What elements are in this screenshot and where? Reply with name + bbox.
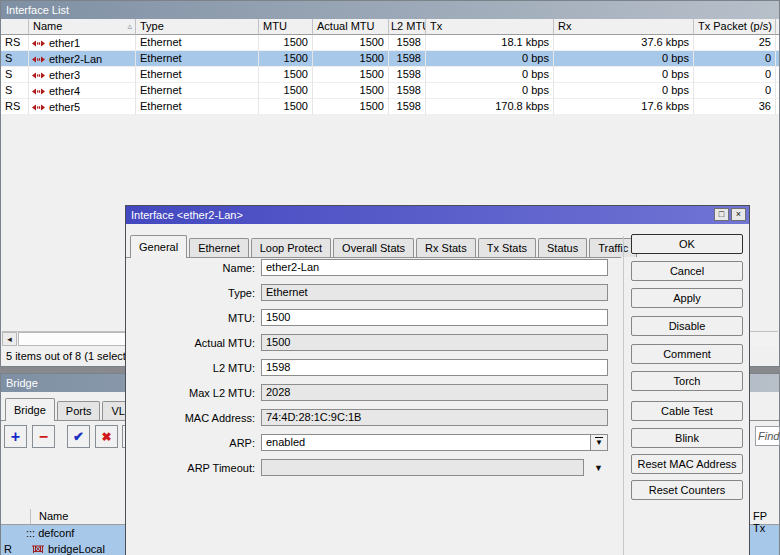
cancel-button[interactable]: Cancel: [631, 261, 743, 281]
row-mtu: 1500: [259, 35, 313, 51]
scroll-left-icon[interactable]: ◂: [2, 332, 17, 346]
row-flags: S: [1, 83, 29, 99]
col-rx-packet[interactable]: Rx Packet (p/s): [776, 19, 779, 35]
disable-button[interactable]: Disable: [631, 316, 743, 336]
tab-ethernet[interactable]: Ethernet: [189, 238, 249, 257]
col-name[interactable]: Name: [39, 510, 68, 522]
plus-icon: +: [11, 430, 20, 444]
status-text: 5 items out of 8 (1 selected): [6, 350, 142, 362]
ethernet-icon: [32, 103, 45, 112]
row-rx: 0 bps: [554, 83, 694, 99]
row-actual-mtu: 1500: [313, 99, 389, 115]
type-input: Ethernet: [261, 284, 608, 301]
col-l2-mtu[interactable]: L2 MTU: [389, 19, 426, 35]
remove-button[interactable]: −: [32, 425, 55, 448]
disable-button[interactable]: ✖: [95, 425, 118, 448]
row-name-cell: ether2-Lan: [29, 51, 136, 67]
row-type: Ethernet: [136, 51, 259, 67]
row-flags: S: [1, 67, 29, 83]
row-mtu: 1500: [259, 67, 313, 83]
field-label: ARP:: [126, 437, 261, 449]
enable-button[interactable]: ✔: [67, 425, 90, 448]
table-row[interactable]: S ether3 Ethernet 1500 1500 1598 0 bps 0…: [1, 67, 779, 83]
bridge-icon: [31, 544, 45, 554]
col-name[interactable]: Name▵: [29, 19, 136, 35]
row-tx: 0 bps: [426, 83, 554, 99]
tab-traffic[interactable]: Traffic: [589, 238, 637, 257]
close-icon[interactable]: ×: [731, 208, 746, 221]
interface-table: Name▵ Type MTU Actual MTU L2 MTU Tx Rx T…: [1, 19, 779, 115]
interface-dialog: Interface <ether2-Lan> □ × General Ether…: [125, 205, 750, 555]
tab-overall-stats[interactable]: Overall Stats: [333, 238, 414, 257]
blink-button[interactable]: Blink: [631, 428, 743, 448]
field-actual-mtu: Actual MTU: 1500: [126, 334, 608, 351]
ethernet-icon: [32, 39, 45, 48]
dialog-tabstrip: General Ethernet Loop Protect Overall St…: [126, 225, 621, 258]
table-row[interactable]: RS ether5 Ethernet 1500 1500 1598 170.8 …: [1, 99, 779, 115]
mtu-input[interactable]: 1500: [261, 309, 608, 326]
row-tx-packet: 25: [694, 35, 776, 51]
field-type: Type: Ethernet: [126, 284, 608, 301]
name-input[interactable]: ether2-Lan: [261, 259, 608, 276]
bridge-title: Bridge: [6, 377, 38, 389]
col-flags[interactable]: [1, 19, 29, 35]
ethernet-icon: [32, 87, 45, 96]
torch-button[interactable]: Torch: [631, 371, 743, 391]
l2-mtu-input[interactable]: 1598: [261, 359, 608, 376]
col-type[interactable]: Type: [136, 19, 259, 35]
table-row-selected[interactable]: S ether2-Lan Ethernet 1500 1500 1598 0 b…: [1, 51, 779, 67]
col-tx[interactable]: Tx: [426, 19, 554, 35]
field-label: Type:: [126, 287, 261, 299]
dropdown-arrow-icon[interactable]: ▼: [594, 463, 603, 473]
row-name-cell: ether4: [29, 83, 136, 99]
tab-tx-stats[interactable]: Tx Stats: [478, 238, 536, 257]
col-tx-packet[interactable]: Tx Packet (p/s): [694, 19, 776, 35]
tab-bridge[interactable]: Bridge: [5, 398, 55, 421]
row-tx: 0 bps: [426, 67, 554, 83]
row-rx-packet: [776, 51, 779, 67]
reset-counters-button[interactable]: Reset Counters: [631, 480, 743, 500]
tab-ports[interactable]: Ports: [57, 401, 101, 420]
col-rx[interactable]: Rx: [554, 19, 694, 35]
find-input[interactable]: Find: [755, 426, 780, 446]
field-label: ARP Timeout:: [126, 462, 261, 474]
arp-select[interactable]: enabled: [261, 434, 591, 451]
reset-mac-address-button[interactable]: Reset MAC Address: [631, 454, 743, 474]
maximize-icon[interactable]: □: [714, 208, 729, 221]
row-actual-mtu: 1500: [313, 67, 389, 83]
row-type: Ethernet: [136, 83, 259, 99]
col-fp-tx[interactable]: FP Tx: [753, 510, 779, 534]
row-rx-packet: [776, 99, 779, 115]
field-l2-mtu: L2 MTU: 1598: [126, 359, 608, 376]
tab-loop-protect[interactable]: Loop Protect: [251, 238, 331, 257]
row-rx: 17.6 kbps: [554, 99, 694, 115]
row-name-cell: ether5: [29, 99, 136, 115]
table-row[interactable]: S ether4 Ethernet 1500 1500 1598 0 bps 0…: [1, 83, 779, 99]
row-actual-mtu: 1500: [313, 83, 389, 99]
field-arp-timeout: ARP Timeout: ▼: [126, 459, 603, 476]
row-flags: R: [1, 543, 31, 555]
col-mtu[interactable]: MTU: [259, 19, 313, 35]
ethernet-icon: [32, 71, 45, 80]
row-tx: 170.8 kbps: [426, 99, 554, 115]
row-mtu: 1500: [259, 51, 313, 67]
tab-status[interactable]: Status: [538, 238, 587, 257]
arp-dropdown-button[interactable]: ▼: [591, 434, 608, 451]
table-row[interactable]: RS ether1 Ethernet 1500 1500 1598 18.1 k…: [1, 35, 779, 51]
arp-timeout-input: [261, 459, 584, 476]
col-flags[interactable]: [1, 509, 31, 524]
sort-asc-icon: ▵: [127, 21, 132, 31]
apply-button[interactable]: Apply: [631, 288, 743, 308]
tab-general[interactable]: General: [130, 235, 187, 258]
add-button[interactable]: +: [4, 425, 27, 448]
row-mtu: 1500: [259, 99, 313, 115]
row-type: Ethernet: [136, 99, 259, 115]
row-rx: 0 bps: [554, 51, 694, 67]
ok-button[interactable]: OK: [631, 234, 743, 254]
comment-button[interactable]: Comment: [631, 344, 743, 364]
cable-test-button[interactable]: Cable Test: [631, 401, 743, 421]
col-actual-mtu[interactable]: Actual MTU: [313, 19, 389, 35]
tab-rx-stats[interactable]: Rx Stats: [416, 238, 476, 257]
row-flags: RS: [1, 99, 29, 115]
check-icon: ✔: [73, 429, 84, 444]
